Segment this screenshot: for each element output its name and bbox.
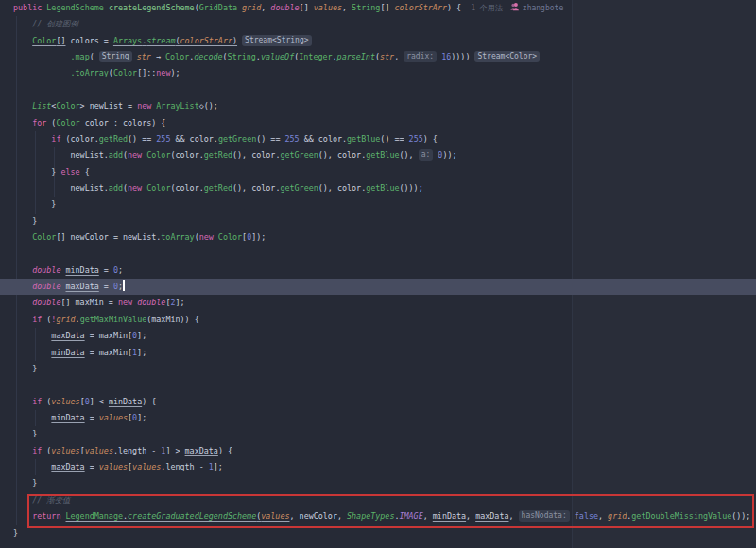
code-token: (color. <box>60 134 98 144</box>
code-token: Color <box>146 150 170 160</box>
code-line[interactable]: if (values[values.length - 1] > maxData)… <box>0 443 756 459</box>
code-token: 255 <box>409 134 423 144</box>
code-token: , <box>466 511 475 521</box>
code-token: Color <box>56 101 79 111</box>
code-line[interactable]: double[] maxMin = new double[2]; <box>0 295 756 311</box>
code-token: ]; <box>137 331 146 340</box>
code-token: .length - <box>161 462 208 471</box>
code-token <box>13 298 32 307</box>
code-token: getBlue <box>366 150 399 160</box>
code-token: } <box>13 199 56 209</box>
code-token: add <box>109 183 123 193</box>
inlay-param-name-hint[interactable]: radix: <box>404 51 437 62</box>
code-token: .length - <box>113 446 161 455</box>
code-token: getDoubleMissingValue <box>631 511 731 521</box>
code-line[interactable]: } <box>0 475 756 491</box>
code-line[interactable]: if (!grid.getMaxMinValue(maxMin)) { <box>0 312 756 328</box>
code-token: str <box>137 52 151 61</box>
code-token: []:: <box>137 68 156 77</box>
code-line[interactable]: double minData = 0; <box>0 263 756 279</box>
code-token: minData <box>51 348 84 357</box>
code-line[interactable] <box>0 246 756 262</box>
code-line[interactable]: List<Color> newList = new ArrayList◇(); <box>0 98 756 114</box>
code-token: newList. <box>13 183 109 193</box>
code-token: = maxMin[ <box>85 331 132 340</box>
code-token: } <box>13 528 18 538</box>
code-token: ) { <box>423 134 438 144</box>
code-line[interactable]: maxData = values[values.length - 1]; <box>0 459 756 475</box>
code-token: (color. <box>170 183 203 193</box>
author-inlay[interactable]: zhangbote <box>523 4 563 12</box>
code-editor[interactable]: public LegendScheme createLegendScheme(G… <box>0 0 756 548</box>
code-line[interactable]: if (color.getRed() == 255 && color.getGr… <box>0 131 756 147</box>
code-token: () == <box>380 134 408 144</box>
code-line[interactable]: Color[] newColor = newList.toArray(new C… <box>0 230 756 246</box>
code-line[interactable]: if (values[0] < minData) { <box>0 394 756 410</box>
code-line[interactable] <box>0 82 756 98</box>
code-token: (maxMin)) { <box>146 315 198 324</box>
code-line[interactable]: // 创建图例 <box>0 16 756 32</box>
code-line[interactable]: } <box>0 525 756 541</box>
code-token <box>13 52 71 61</box>
inlay-param-name-hint[interactable]: a: <box>419 149 434 161</box>
code-line[interactable]: minData = values[0]; <box>0 410 756 426</box>
code-token: ())); <box>399 183 422 193</box>
code-line[interactable]: Color[] colors = Arrays.stream(colorStrA… <box>0 33 756 49</box>
code-line[interactable]: public LegendScheme createLegendScheme(G… <box>0 0 756 16</box>
code-token: ( <box>42 446 51 455</box>
code-token: grid <box>242 3 261 12</box>
code-token: add <box>109 150 123 160</box>
inlay-type-hint[interactable]: Stream<String> <box>242 35 311 46</box>
code-line[interactable]: } <box>0 214 756 230</box>
code-lines[interactable]: public LegendScheme createLegendScheme(G… <box>0 0 756 541</box>
code-token: ShapeTypes <box>347 511 394 521</box>
code-token: && color. <box>170 134 217 144</box>
code-token: [] <box>56 36 65 45</box>
code-token: = <box>99 282 113 291</box>
code-token <box>13 315 32 324</box>
code-token <box>13 282 32 291</box>
code-token: = maxMin[ <box>85 348 132 357</box>
inlay-param-name-hint[interactable]: hasNodata: <box>519 510 570 522</box>
code-token: new <box>118 298 132 307</box>
code-line[interactable] <box>0 377 756 393</box>
code-line[interactable]: } <box>0 361 756 377</box>
inlay-type-hint[interactable]: String <box>99 51 132 62</box>
code-token: values <box>85 446 113 455</box>
code-line[interactable]: maxData = maxMin[0]; <box>0 328 756 344</box>
code-line[interactable]: minData = maxMin[1]; <box>0 345 756 361</box>
code-token: colorStrArr <box>180 36 232 45</box>
usages-inlay[interactable]: 1 个用法 <box>471 4 503 12</box>
code-line[interactable]: newList.add(new Color(color.getRed(), co… <box>0 180 756 197</box>
code-token: && color. <box>300 134 347 144</box>
code-line[interactable]: newList.add(new Color(color.getRed(), co… <box>0 147 756 163</box>
code-token: { <box>80 167 90 177</box>
code-token <box>13 462 51 471</box>
code-token: color : colors) { <box>80 118 166 128</box>
text-caret <box>123 280 125 291</box>
code-line[interactable]: } else { <box>0 164 756 180</box>
code-token: maxData <box>51 331 84 340</box>
code-token: getRed <box>204 183 232 193</box>
code-token: ( <box>42 397 51 406</box>
code-token: if <box>32 446 42 455</box>
code-line-caret[interactable]: double maxData = 0; <box>0 279 756 295</box>
code-token: = <box>85 413 99 422</box>
code-token: double <box>32 282 60 291</box>
code-token: } <box>13 216 37 226</box>
code-line[interactable]: } <box>0 197 756 213</box>
code-token: ]; <box>137 413 146 422</box>
code-line[interactable]: .toArray(Color[]::new); <box>0 65 756 81</box>
code-line[interactable]: .map( String str → Color.decode(String.v… <box>0 49 756 65</box>
code-line[interactable]: return LegendManage.createGraduatedLegen… <box>0 508 756 524</box>
code-token: values <box>51 446 79 455</box>
code-line[interactable]: } <box>0 426 756 442</box>
code-token: minData <box>433 511 466 521</box>
code-line[interactable]: for (Color color : colors) { <box>0 115 756 131</box>
inlay-type-hint[interactable]: Stream<Color> <box>474 51 540 62</box>
code-token: newList. <box>13 150 109 160</box>
code-token: maxData <box>51 462 84 471</box>
code-line[interactable]: // 渐变值 <box>0 492 756 508</box>
code-token: , <box>598 511 608 521</box>
code-token <box>13 36 32 45</box>
